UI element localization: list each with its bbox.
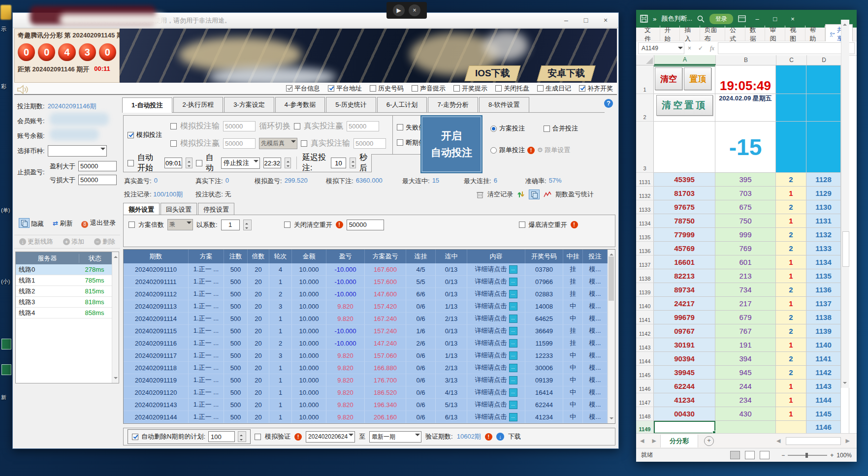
desktop-icon-label[interactable]: 示 [1, 26, 6, 33]
cell-a-1135[interactable]: 77999 [654, 228, 715, 242]
cell-b-1133[interactable]: 675 [715, 200, 776, 214]
cell-d-1143[interactable]: 1140 [806, 338, 841, 352]
ribbon-tab-6[interactable]: 数据 [745, 26, 766, 43]
details-icon[interactable] [509, 376, 517, 384]
details-icon[interactable] [509, 413, 517, 421]
login-button[interactable]: 登录 [709, 14, 733, 24]
table-row[interactable]: 2024020911111.正一 ...50020110.000-10.0001… [124, 276, 615, 288]
cell-b-1142[interactable]: 767 [715, 324, 776, 338]
desktop-folder-icon[interactable] [0, 5, 11, 20]
tab-5[interactable]: 5-历史统计 [326, 97, 376, 112]
cell-a-1132[interactable]: 81703 [654, 187, 715, 200]
cell-b-1139[interactable]: 734 [715, 283, 776, 297]
hscroll-right-icon[interactable]: ▶ [842, 438, 854, 444]
close-button[interactable]: × [596, 13, 615, 28]
cancel-icon[interactable]: × [688, 45, 691, 52]
cell-c1[interactable] [776, 65, 806, 94]
bust-restart-checkbox[interactable] [519, 222, 525, 228]
row-number[interactable]: 1135 [636, 228, 654, 242]
checkbox[interactable] [453, 85, 460, 92]
cell-b-1134[interactable]: 750 [715, 214, 776, 228]
cell-c-1141[interactable]: 2 [776, 311, 806, 324]
add-sheet-icon[interactable]: + [704, 436, 714, 446]
checkbox[interactable] [537, 85, 544, 92]
period-pl-stats-button[interactable]: 期数盈亏统计 [555, 190, 594, 199]
platform-option[interactable]: 声音提示 [412, 84, 446, 93]
row-number[interactable]: 1131 [636, 173, 654, 187]
platform-option[interactable]: 平台信息 [286, 84, 320, 93]
cell-b-1141[interactable]: 679 [715, 311, 776, 324]
cell-b-1140[interactable]: 217 [715, 297, 776, 311]
formula-input[interactable] [718, 42, 855, 54]
start-auto-bet-button[interactable]: 开启 自动投注 [421, 116, 482, 172]
fx-icon[interactable]: fx [710, 45, 714, 52]
real-win-input[interactable]: 50000 [347, 121, 379, 131]
cell-c-1146[interactable]: 1 [776, 380, 806, 393]
ribbon-tab-8[interactable]: 视图 [785, 26, 805, 43]
cell-c3[interactable] [776, 122, 806, 173]
select-all-corner[interactable] [636, 55, 654, 65]
factor-stepper[interactable] [243, 220, 252, 230]
multiply-select[interactable]: 乘 [167, 219, 193, 230]
server-row[interactable]: 线路2815ms [16, 286, 119, 297]
close-restart-checkbox[interactable] [284, 222, 290, 228]
cell-b-1143[interactable]: 191 [715, 338, 776, 352]
sim-verify-checkbox[interactable] [255, 434, 261, 440]
cell-c-1149[interactable] [776, 421, 806, 434]
checkbox[interactable] [579, 85, 585, 92]
details-icon[interactable] [509, 327, 517, 335]
auto-delete-input[interactable]: 100 [208, 431, 235, 442]
desktop-excel-icon[interactable] [1, 339, 11, 349]
ribbon-tab-2[interactable]: 开始 [660, 26, 680, 43]
search-icon[interactable] [697, 15, 705, 23]
download-button[interactable]: 下载 [508, 432, 521, 441]
tab-3[interactable]: 3-方案设定 [224, 97, 274, 112]
row-number[interactable]: 1146 [636, 380, 654, 393]
table-row[interactable]: 2024020911151.正一 ...50020110.000-10.0001… [124, 325, 615, 337]
cell-d-1142[interactable]: 1139 [806, 324, 841, 338]
cell-b-1147[interactable]: 234 [715, 393, 776, 407]
tab-7[interactable]: 7-走势分析 [428, 97, 478, 112]
column-header-a[interactable]: A [654, 55, 716, 65]
maximize-button[interactable]: □ [576, 13, 596, 28]
desktop-icon-label[interactable]: 新 [1, 394, 6, 401]
column-header-d[interactable]: D [807, 55, 841, 65]
stop-time-input[interactable]: 22:32 [263, 158, 281, 168]
tab-2[interactable]: 2-执行历程 [173, 97, 224, 112]
cell-d-1131[interactable]: 1128 [806, 173, 841, 187]
android-download-button[interactable]: 安卓下载 [537, 65, 595, 81]
cell-a-1137[interactable]: 16601 [654, 255, 715, 269]
loss-gt-input[interactable]: 50000 [78, 175, 117, 185]
cell-d2[interactable] [806, 94, 841, 122]
table-row[interactable]: 2024020911431.正一 ...50020110.0009.820196… [124, 399, 615, 411]
hscroll-track[interactable] [786, 437, 841, 445]
details-icon[interactable] [509, 302, 517, 311]
sheet-next-icon[interactable]: ▶ [648, 438, 660, 444]
verify-to-select[interactable]: 最新一期 [369, 431, 421, 443]
table-row[interactable]: 2024020911161.正一 ...50020210.000-10.0001… [124, 337, 615, 349]
ios-download-button[interactable]: IOS下载 [465, 65, 521, 81]
table-row[interactable]: 2024020911101.正一 ...50020410.000-10.0001… [124, 263, 615, 276]
mode-select[interactable]: 先模后真 [259, 138, 297, 149]
hide-button[interactable]: 隐藏 [19, 218, 44, 228]
auto-stop-checkbox[interactable] [196, 160, 202, 166]
ribbon-tab-1[interactable]: 文件 [640, 26, 660, 43]
time-stepper[interactable] [186, 158, 192, 168]
row-number[interactable]: 1149 [636, 421, 654, 434]
minimize-button[interactable]: – [556, 13, 576, 28]
real-win-checkbox[interactable] [294, 123, 300, 129]
platform-option[interactable]: 生成日记 [537, 84, 571, 93]
cell-a-1145[interactable]: 39945 [654, 366, 715, 380]
tab-4[interactable]: 4-参考数据 [275, 97, 325, 112]
row-number[interactable]: 1148 [636, 407, 654, 421]
close-restart-input[interactable]: 50000 [347, 220, 384, 230]
cell-c-1134[interactable]: 1 [776, 214, 806, 228]
cell-c-1147[interactable]: 1 [776, 393, 806, 407]
row-number[interactable]: 1144 [636, 352, 654, 366]
factor-input[interactable]: 1 [221, 220, 240, 230]
name-box[interactable]: A1149 [638, 42, 684, 54]
stop-action-select[interactable]: 停止投注 [221, 158, 260, 169]
cell-c-1136[interactable]: 2 [776, 242, 806, 255]
currency-select[interactable] [48, 145, 107, 157]
cell-c-1138[interactable]: 1 [776, 269, 806, 283]
